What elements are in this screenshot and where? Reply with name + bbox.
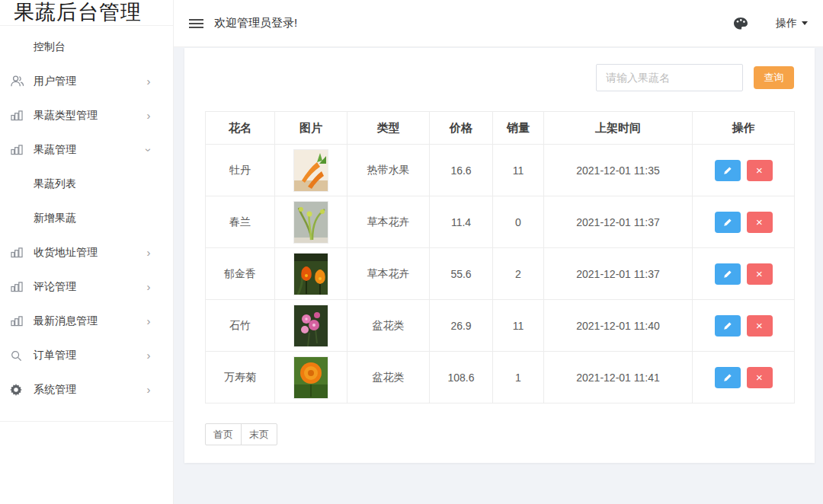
delete-button[interactable]: × (747, 315, 773, 337)
actions-label: 操作 (776, 17, 797, 30)
sidebar-item-produce-list[interactable]: 果蔬列表 (0, 167, 173, 201)
flower-type: 盆花类 (347, 300, 430, 352)
sidebar-item-label: 控制台 (34, 40, 173, 54)
sidebar-item-add-produce[interactable]: 新增果蔬 (0, 201, 173, 235)
ops-cell: × (693, 300, 795, 352)
flower-name: 牡丹 (206, 145, 275, 196)
pencil-icon (723, 373, 732, 382)
flower-name: 万寿菊 (206, 352, 275, 404)
column-header-price: 价格 (430, 112, 493, 145)
chevron-right-icon: › (144, 280, 153, 294)
edit-button[interactable] (715, 315, 741, 337)
listed-time: 2021-12-01 11:37 (544, 248, 693, 300)
sidebar-item-produce-management[interactable]: 果蔬管理 › (0, 132, 173, 167)
listed-time: 2021-12-01 11:40 (544, 300, 693, 352)
edit-button[interactable] (715, 263, 741, 285)
search-icon (10, 349, 27, 362)
users-icon (10, 75, 27, 88)
column-header-type: 类型 (347, 112, 430, 145)
ops-cell: × (693, 352, 795, 404)
sidebar-item-news-management[interactable]: 最新消息管理 › (0, 304, 173, 338)
sidebar-item-order-management[interactable]: 订单管理 › (0, 338, 173, 372)
sidebar-item-system-management[interactable]: 系统管理 › (0, 372, 173, 407)
table-row: 春兰 草本花卉 11.4 0 2021-12-01 1 (206, 196, 795, 248)
pagination: 首页 末页 (205, 423, 794, 445)
sidebar: 果蔬后台管理 控制台 用户管理 › 果 (0, 0, 174, 504)
listed-time: 2021-12-01 11:41 (544, 352, 693, 404)
product-image (293, 305, 328, 347)
sidebar-item-type-management[interactable]: 果蔬类型管理 › (0, 98, 173, 132)
delete-button[interactable]: × (747, 212, 773, 233)
sidebar-item-label: 果蔬列表 (34, 177, 173, 191)
close-icon: × (756, 268, 763, 279)
caret-down-icon (802, 21, 808, 25)
delete-button[interactable]: × (747, 160, 773, 181)
close-icon: × (756, 372, 763, 383)
chart-icon (10, 314, 27, 328)
flower-sales: 11 (493, 300, 544, 352)
chevron-right-icon: › (144, 383, 153, 397)
column-header-sales: 销量 (493, 112, 544, 145)
chevron-right-icon: › (144, 246, 153, 260)
flower-sales: 2 (493, 248, 544, 300)
pencil-icon (723, 321, 732, 330)
sidebar-item-user-management[interactable]: 用户管理 › (0, 64, 173, 98)
sidebar-item-address-management[interactable]: 收货地址管理 › (0, 235, 173, 270)
sidebar-item-label: 新增果蔬 (34, 212, 173, 225)
sidebar-item-dashboard[interactable]: 控制台 (0, 30, 173, 64)
content-card: 查询 花名 图片 类型 价格 销量 上架时间 操作 牡丹 (184, 48, 815, 463)
chevron-down-icon: › (142, 145, 155, 155)
edit-button[interactable] (715, 367, 741, 388)
first-page-button[interactable]: 首页 (205, 423, 242, 445)
chart-icon (10, 143, 27, 157)
delete-button[interactable]: × (747, 367, 773, 388)
flower-type: 草本花卉 (347, 196, 430, 248)
blank-icon (10, 40, 27, 54)
close-icon: × (756, 164, 763, 176)
ops-cell: × (693, 145, 795, 196)
product-image (293, 356, 328, 399)
chevron-right-icon: › (144, 314, 153, 328)
theme-palette-icon[interactable] (733, 17, 748, 30)
menu-toggle-icon[interactable] (189, 17, 203, 30)
image-cell (275, 248, 347, 300)
column-header-name: 花名 (206, 112, 275, 145)
flower-price: 55.6 (430, 248, 493, 300)
chart-icon (10, 246, 27, 260)
flower-price: 11.4 (430, 196, 493, 248)
column-header-image: 图片 (275, 112, 347, 145)
table-row: 万寿菊 盆花类 108.6 1 2021-12-01 11:41 (206, 352, 795, 404)
chart-icon (10, 109, 27, 123)
table-row: 郁金香 草本花卉 55.6 2 (206, 248, 795, 300)
image-cell (275, 352, 347, 404)
products-table: 花名 图片 类型 价格 销量 上架时间 操作 牡丹 (205, 111, 795, 404)
image-cell (275, 300, 347, 352)
product-image (293, 201, 328, 244)
product-image (293, 149, 328, 192)
sidebar-item-comment-management[interactable]: 评论管理 › (0, 270, 173, 304)
column-header-ops: 操作 (693, 112, 795, 145)
chevron-right-icon: › (144, 349, 153, 362)
flower-name: 春兰 (206, 196, 275, 248)
table-row: 牡丹 热带水果 16.6 11 2021-12-01 11:35 (206, 145, 795, 196)
last-page-button[interactable]: 末页 (241, 423, 277, 445)
search-input[interactable] (596, 64, 743, 91)
listed-time: 2021-12-01 11:37 (544, 196, 693, 248)
delete-button[interactable]: × (747, 263, 773, 285)
edit-button[interactable] (715, 212, 741, 233)
flower-type: 草本花卉 (347, 248, 430, 300)
search-button[interactable]: 查询 (754, 66, 794, 89)
product-image (293, 253, 328, 295)
image-cell (275, 145, 347, 196)
blank-icon (10, 177, 27, 191)
flower-sales: 11 (493, 145, 544, 196)
gear-icon (10, 383, 27, 397)
actions-dropdown[interactable]: 操作 (776, 17, 808, 30)
search-bar: 查询 (205, 64, 794, 91)
edit-button[interactable] (715, 160, 741, 181)
flower-name: 石竹 (206, 300, 275, 352)
app-title: 果蔬后台管理 (0, 0, 173, 26)
column-header-time: 上架时间 (544, 112, 693, 145)
topbar: 欢迎管理员登录! 操作 (174, 0, 823, 47)
ops-cell: × (693, 196, 795, 248)
